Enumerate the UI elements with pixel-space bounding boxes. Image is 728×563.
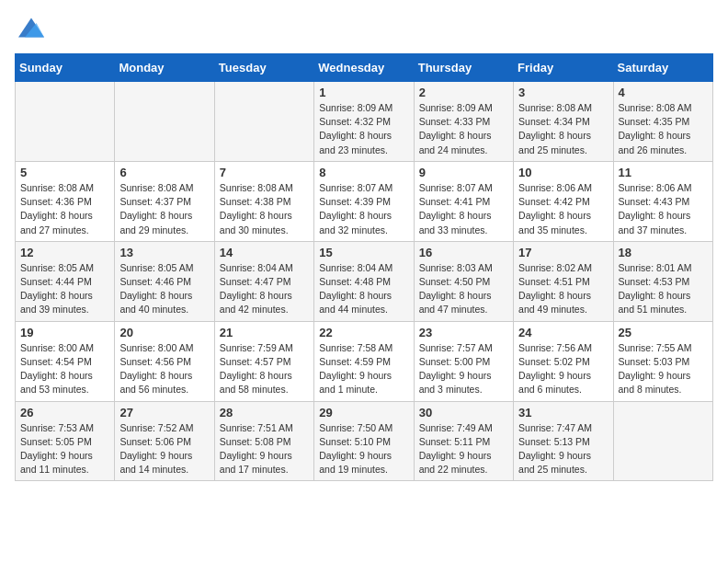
- day-info: Sunrise: 8:08 AM Sunset: 4:34 PM Dayligh…: [518, 101, 608, 157]
- day-number: 9: [419, 166, 508, 179]
- calendar-week-row: 5Sunrise: 8:08 AM Sunset: 4:36 PM Daylig…: [16, 161, 713, 241]
- day-number: 1: [319, 86, 408, 99]
- day-info: Sunrise: 8:00 AM Sunset: 4:54 PM Dayligh…: [20, 341, 109, 397]
- calendar-day-cell: 31Sunrise: 7:47 AM Sunset: 5:13 PM Dayli…: [514, 401, 613, 481]
- day-info: Sunrise: 7:50 AM Sunset: 5:10 PM Dayligh…: [319, 421, 408, 477]
- day-number: 28: [220, 406, 309, 419]
- day-info: Sunrise: 7:55 AM Sunset: 5:03 PM Dayligh…: [619, 341, 708, 397]
- calendar-day-cell: 30Sunrise: 7:49 AM Sunset: 5:11 PM Dayli…: [414, 401, 513, 481]
- weekday-header: Tuesday: [214, 54, 313, 82]
- calendar-header: SundayMondayTuesdayWednesdayThursdayFrid…: [16, 54, 713, 82]
- calendar-day-cell: 8Sunrise: 8:07 AM Sunset: 4:39 PM Daylig…: [314, 161, 414, 241]
- calendar-day-cell: [613, 401, 712, 481]
- day-number: 22: [319, 326, 408, 339]
- day-info: Sunrise: 8:07 AM Sunset: 4:41 PM Dayligh…: [419, 181, 508, 237]
- calendar-day-cell: 6Sunrise: 8:08 AM Sunset: 4:37 PM Daylig…: [115, 161, 214, 241]
- day-info: Sunrise: 8:08 AM Sunset: 4:38 PM Dayligh…: [220, 181, 309, 237]
- calendar-day-cell: 13Sunrise: 8:05 AM Sunset: 4:46 PM Dayli…: [115, 241, 214, 321]
- calendar-day-cell: [16, 82, 115, 162]
- day-info: Sunrise: 8:01 AM Sunset: 4:53 PM Dayligh…: [619, 261, 708, 317]
- day-number: 3: [518, 86, 608, 99]
- day-number: 15: [319, 246, 408, 259]
- day-info: Sunrise: 8:08 AM Sunset: 4:36 PM Dayligh…: [20, 181, 109, 237]
- calendar-day-cell: 9Sunrise: 8:07 AM Sunset: 4:41 PM Daylig…: [414, 161, 513, 241]
- calendar-day-cell: 1Sunrise: 8:09 AM Sunset: 4:32 PM Daylig…: [314, 82, 414, 162]
- day-number: 10: [518, 166, 608, 179]
- day-number: 27: [119, 406, 209, 419]
- day-info: Sunrise: 7:59 AM Sunset: 4:57 PM Dayligh…: [220, 341, 309, 397]
- calendar-day-cell: 22Sunrise: 7:58 AM Sunset: 4:59 PM Dayli…: [314, 321, 414, 401]
- calendar-day-cell: 26Sunrise: 7:53 AM Sunset: 5:05 PM Dayli…: [16, 401, 115, 481]
- day-number: 17: [518, 246, 608, 259]
- calendar-day-cell: 5Sunrise: 8:08 AM Sunset: 4:36 PM Daylig…: [16, 161, 115, 241]
- day-info: Sunrise: 8:08 AM Sunset: 4:35 PM Dayligh…: [619, 101, 708, 157]
- day-number: 24: [518, 326, 608, 339]
- calendar-day-cell: 15Sunrise: 8:04 AM Sunset: 4:48 PM Dayli…: [314, 241, 414, 321]
- calendar-day-cell: [214, 82, 313, 162]
- page-header: [15, 15, 713, 44]
- calendar-day-cell: 12Sunrise: 8:05 AM Sunset: 4:44 PM Dayli…: [16, 241, 115, 321]
- weekday-row: SundayMondayTuesdayWednesdayThursdayFrid…: [16, 54, 713, 82]
- day-number: 26: [20, 406, 109, 419]
- calendar-week-row: 26Sunrise: 7:53 AM Sunset: 5:05 PM Dayli…: [16, 401, 713, 481]
- day-info: Sunrise: 8:06 AM Sunset: 4:43 PM Dayligh…: [619, 181, 708, 237]
- day-number: 11: [619, 166, 708, 179]
- calendar-day-cell: 28Sunrise: 7:51 AM Sunset: 5:08 PM Dayli…: [214, 401, 313, 481]
- day-info: Sunrise: 7:56 AM Sunset: 5:02 PM Dayligh…: [518, 341, 608, 397]
- day-info: Sunrise: 7:49 AM Sunset: 5:11 PM Dayligh…: [419, 421, 508, 477]
- day-number: 13: [119, 246, 209, 259]
- day-info: Sunrise: 8:03 AM Sunset: 4:50 PM Dayligh…: [419, 261, 508, 317]
- day-info: Sunrise: 8:05 AM Sunset: 4:44 PM Dayligh…: [20, 261, 109, 317]
- day-number: 5: [20, 166, 109, 179]
- calendar-week-row: 19Sunrise: 8:00 AM Sunset: 4:54 PM Dayli…: [16, 321, 713, 401]
- weekday-header: Thursday: [414, 54, 513, 82]
- day-info: Sunrise: 8:09 AM Sunset: 4:33 PM Dayligh…: [419, 101, 508, 157]
- day-number: 23: [419, 326, 508, 339]
- calendar-day-cell: 29Sunrise: 7:50 AM Sunset: 5:10 PM Dayli…: [314, 401, 414, 481]
- weekday-header: Sunday: [16, 54, 115, 82]
- calendar-day-cell: 7Sunrise: 8:08 AM Sunset: 4:38 PM Daylig…: [214, 161, 313, 241]
- calendar-body: 1Sunrise: 8:09 AM Sunset: 4:32 PM Daylig…: [16, 82, 713, 481]
- day-info: Sunrise: 7:58 AM Sunset: 4:59 PM Dayligh…: [319, 341, 408, 397]
- calendar-day-cell: 18Sunrise: 8:01 AM Sunset: 4:53 PM Dayli…: [613, 241, 712, 321]
- day-number: 14: [220, 246, 309, 259]
- day-number: 2: [419, 86, 508, 99]
- calendar-day-cell: 23Sunrise: 7:57 AM Sunset: 5:00 PM Dayli…: [414, 321, 513, 401]
- weekday-header: Saturday: [613, 54, 712, 82]
- day-number: 18: [619, 246, 708, 259]
- day-number: 6: [119, 166, 209, 179]
- calendar-day-cell: 20Sunrise: 8:00 AM Sunset: 4:56 PM Dayli…: [115, 321, 214, 401]
- day-number: 25: [619, 326, 708, 339]
- day-number: 4: [619, 86, 708, 99]
- calendar-day-cell: 3Sunrise: 8:08 AM Sunset: 4:34 PM Daylig…: [514, 82, 613, 162]
- calendar-day-cell: 2Sunrise: 8:09 AM Sunset: 4:33 PM Daylig…: [414, 82, 513, 162]
- day-info: Sunrise: 7:53 AM Sunset: 5:05 PM Dayligh…: [20, 421, 109, 477]
- calendar-day-cell: 10Sunrise: 8:06 AM Sunset: 4:42 PM Dayli…: [514, 161, 613, 241]
- day-info: Sunrise: 7:52 AM Sunset: 5:06 PM Dayligh…: [119, 421, 209, 477]
- day-number: 16: [419, 246, 508, 259]
- day-number: 31: [518, 406, 608, 419]
- calendar-day-cell: [115, 82, 214, 162]
- calendar-day-cell: 27Sunrise: 7:52 AM Sunset: 5:06 PM Dayli…: [115, 401, 214, 481]
- calendar-day-cell: 17Sunrise: 8:02 AM Sunset: 4:51 PM Dayli…: [514, 241, 613, 321]
- day-info: Sunrise: 8:06 AM Sunset: 4:42 PM Dayligh…: [518, 181, 608, 237]
- calendar-day-cell: 14Sunrise: 8:04 AM Sunset: 4:47 PM Dayli…: [214, 241, 313, 321]
- day-info: Sunrise: 7:51 AM Sunset: 5:08 PM Dayligh…: [220, 421, 309, 477]
- day-info: Sunrise: 8:05 AM Sunset: 4:46 PM Dayligh…: [119, 261, 209, 317]
- weekday-header: Monday: [115, 54, 214, 82]
- calendar-week-row: 1Sunrise: 8:09 AM Sunset: 4:32 PM Daylig…: [16, 82, 713, 162]
- day-info: Sunrise: 8:04 AM Sunset: 4:47 PM Dayligh…: [220, 261, 309, 317]
- day-number: 20: [119, 326, 209, 339]
- calendar-day-cell: 19Sunrise: 8:00 AM Sunset: 4:54 PM Dayli…: [16, 321, 115, 401]
- day-number: 30: [419, 406, 508, 419]
- day-info: Sunrise: 8:07 AM Sunset: 4:39 PM Dayligh…: [319, 181, 408, 237]
- day-info: Sunrise: 7:47 AM Sunset: 5:13 PM Dayligh…: [518, 421, 608, 477]
- day-number: 8: [319, 166, 408, 179]
- day-number: 7: [220, 166, 309, 179]
- calendar-day-cell: 24Sunrise: 7:56 AM Sunset: 5:02 PM Dayli…: [514, 321, 613, 401]
- calendar-day-cell: 4Sunrise: 8:08 AM Sunset: 4:35 PM Daylig…: [613, 82, 712, 162]
- day-number: 29: [319, 406, 408, 419]
- calendar-table: SundayMondayTuesdayWednesdayThursdayFrid…: [15, 53, 713, 481]
- day-info: Sunrise: 8:02 AM Sunset: 4:51 PM Dayligh…: [518, 261, 608, 317]
- calendar-day-cell: 21Sunrise: 7:59 AM Sunset: 4:57 PM Dayli…: [214, 321, 313, 401]
